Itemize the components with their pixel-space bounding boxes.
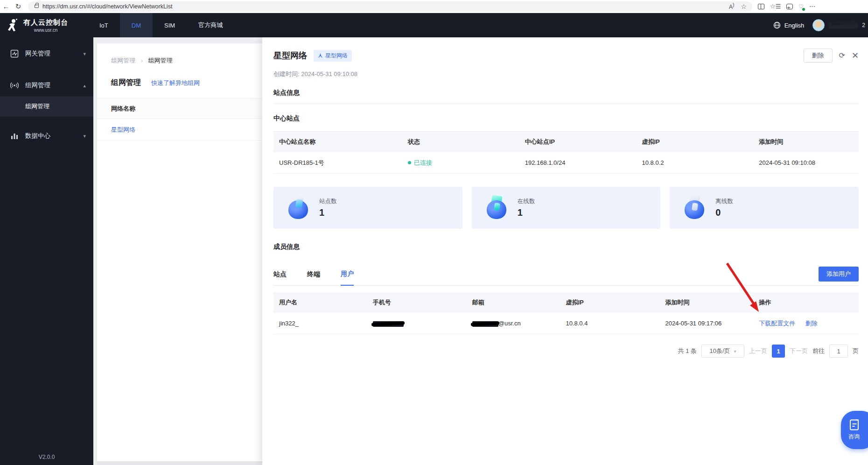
delete-user-link[interactable]: 删除 [805, 320, 818, 327]
sidebar: 网关管理 ▾ 组网管理 ▴ 组网管理 数据中心 ▾ V2.0.0 [0, 37, 93, 465]
language-switch[interactable]: English [784, 22, 805, 29]
chevron-down-icon: ▾ [734, 349, 736, 354]
network-type-badge: 星型网络 [314, 50, 352, 62]
add-user-button[interactable]: 添加用户 [819, 267, 859, 282]
sidebar-item-networking[interactable]: 组网管理 ▴ [0, 75, 93, 96]
status-text: 已连接 [414, 159, 432, 167]
nav-tab-sim[interactable]: SIM [153, 13, 187, 37]
pagination-total: 共 1 条 [678, 347, 697, 355]
split-screen-icon[interactable] [758, 4, 764, 9]
consult-float-button[interactable]: 咨询 [841, 411, 868, 449]
breadcrumb: 组网管理 › 组网管理 [111, 56, 262, 65]
horizontal-scrollbar[interactable] [97, 461, 262, 465]
logo[interactable]: 有人云控制台 www.usr.cn [0, 18, 88, 33]
close-icon[interactable]: ✕ [852, 51, 859, 60]
created-time: 创建时间: 2024-05-31 09:10:08 [273, 70, 859, 78]
nav-tab-iot[interactable]: IoT [88, 13, 120, 37]
stat-value: 1 [319, 207, 337, 218]
tab-terminals[interactable]: 终端 [307, 270, 320, 285]
username-suffix: 2 [862, 22, 865, 28]
network-list-panel: 组网管理 › 组网管理 组网管理 快速了解异地组网 网络名称 星型网络 [93, 37, 262, 465]
browser-refresh-icon[interactable]: ↻ [12, 1, 24, 12]
chevron-down-icon: ▾ [83, 133, 86, 139]
col-virtual-ip: 虚拟IP [636, 138, 753, 146]
address-bar[interactable]: https://dm.usr.cn/#/cloud/network/ViewNe… [28, 1, 752, 12]
email-suffix: @usr.cn [498, 320, 521, 327]
bookmark-star-icon[interactable]: ☆ [741, 3, 747, 10]
col-username: 用户名 [273, 298, 367, 307]
stat-card-sites: 站点数 1 [273, 187, 462, 229]
avatar[interactable] [812, 19, 825, 31]
download-config-link[interactable]: 下载配置文件 [759, 320, 795, 327]
collections-icon[interactable]: + [786, 4, 793, 9]
col-actions: 操作 [753, 298, 859, 307]
read-aloud-icon[interactable]: A) [729, 2, 734, 10]
page-title: 组网管理 [111, 78, 141, 88]
tab-users[interactable]: 用户 [341, 270, 354, 286]
center-site-row: USR-DR185-1号 已连接 192.168.1.0/24 10.8.0.2… [273, 152, 859, 174]
nav-tab-dm[interactable]: DM [120, 13, 153, 37]
gateway-icon [10, 49, 19, 58]
breadcrumb-separator-icon: › [141, 57, 143, 64]
section-site-info: 站点信息 [273, 89, 859, 97]
refresh-icon[interactable]: ⟳ [839, 52, 845, 59]
network-name-link[interactable]: 星型网络 [111, 126, 135, 134]
browser-essentials-icon[interactable]: ♡ [798, 3, 804, 10]
user-table-header: 用户名 手机号 邮箱 虚拟IP 添加时间 操作 [273, 292, 859, 313]
sites-count-icon [287, 196, 311, 220]
browser-toolbar: ☆☰ + ♡ ⋯ [758, 3, 815, 10]
member-tabs: 站点 终端 用户 添加用户 [273, 265, 859, 286]
favorites-icon[interactable]: ☆☰ [770, 3, 781, 10]
nav-tab-mall[interactable]: 官方商城 [187, 13, 234, 37]
url-text[interactable]: https://dm.usr.cn/#/cloud/network/ViewNe… [42, 3, 729, 10]
col-added-time: 添加时间 [660, 298, 754, 307]
center-added-time: 2024-05-31 09:10:08 [753, 159, 859, 166]
browser-back-icon[interactable]: ← [0, 1, 12, 12]
network-detail-drawer: 星型网络 星型网络 删除 ⟳ ✕ 创建时间: 2024-05-31 09:10:… [262, 37, 868, 465]
sidebar-item-gateway[interactable]: 网关管理 ▾ [0, 43, 93, 64]
usr-logo-icon [6, 18, 20, 32]
stat-card-online: 在线数 1 [472, 187, 661, 229]
site-lock-icon[interactable] [35, 5, 39, 8]
app-header: 有人云控制台 www.usr.cn IoT DM SIM 官方商城 Englis… [0, 13, 868, 37]
network-list-card: 组网管理 › 组网管理 组网管理 快速了解异地组网 网络名称 星型网络 [97, 43, 262, 461]
sidebar-item-datacenter[interactable]: 数据中心 ▾ [0, 125, 93, 147]
status-dot-icon [408, 161, 411, 164]
sidebar-item-label: 组网管理 [25, 81, 50, 90]
redacted-username[interactable] [828, 22, 858, 28]
stat-card-offline: 离线数 0 [670, 187, 859, 229]
user-virtual-ip: 10.8.0.4 [560, 320, 659, 327]
col-email: 邮箱 [467, 298, 560, 307]
pagination: 共 1 条 10条/页 ▾ 上一页 1 下一页 前往 页 [273, 345, 859, 358]
chevron-down-icon: ▾ [83, 51, 86, 57]
user-name: jin322_ [273, 320, 367, 327]
browser-menu-icon[interactable]: ⋯ [809, 3, 815, 10]
user-row: jin322_ @usr.cn 10.8.0.4 2024-05-31 09:1… [273, 313, 859, 334]
help-link[interactable]: 快速了解异地组网 [151, 79, 200, 87]
col-status: 状态 [402, 138, 519, 146]
page-size-select[interactable]: 10条/页 ▾ [701, 345, 744, 358]
sidebar-subitem-networking[interactable]: 组网管理 [0, 96, 93, 117]
center-site-name: USR-DR185-1号 [273, 159, 402, 167]
next-page-button[interactable]: 下一页 [790, 347, 808, 355]
stat-value: 0 [715, 207, 733, 218]
tab-sites[interactable]: 站点 [273, 270, 287, 285]
network-list-row[interactable]: 星型网络 [97, 119, 262, 141]
page-unit: 页 [853, 347, 859, 355]
prev-page-button[interactable]: 上一页 [749, 347, 767, 355]
col-added-time: 添加时间 [753, 138, 859, 146]
sidebar-subitem-label: 组网管理 [25, 102, 49, 111]
stat-label: 在线数 [518, 197, 535, 205]
col-center-ip: 中心站点IP [519, 138, 637, 146]
goto-page-input[interactable] [829, 345, 848, 358]
online-count-icon [485, 196, 509, 220]
stat-value: 1 [518, 207, 535, 218]
top-nav: IoT DM SIM 官方商城 [88, 13, 234, 37]
delete-network-button[interactable]: 删除 [804, 49, 833, 63]
globe-icon[interactable] [773, 21, 781, 29]
document-icon [849, 419, 860, 430]
breadcrumb-parent[interactable]: 组网管理 [111, 57, 135, 64]
page-number-1[interactable]: 1 [772, 345, 785, 358]
redacted-phone [373, 321, 404, 327]
stat-label: 站点数 [319, 197, 337, 205]
